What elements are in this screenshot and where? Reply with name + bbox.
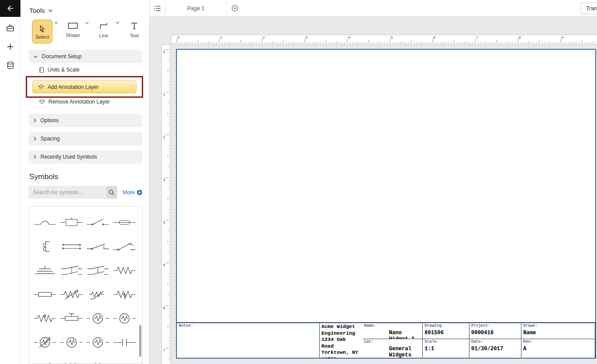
chevron-right-icon [33,118,36,123]
symbol-contacts[interactable] [58,234,85,258]
tool-text-label: Text [130,33,139,38]
symbol-resistor-tap[interactable] [111,282,138,306]
symbol-resistor-2[interactable] [58,354,85,364]
titleblock-drawn-cell[interactable]: Drawn: Name [521,323,595,339]
section-options-label: Options [40,117,59,124]
tools-menu[interactable]: Tools [20,0,149,18]
section-recently-used-symbols[interactable]: Recently Used Symbols [28,150,142,164]
tool-text[interactable]: Text [124,20,144,38]
symbol-coil-contact[interactable] [32,234,58,258]
vertical-ruler: 01234567 [161,44,171,364]
plus-icon [6,42,15,51]
symbol-switch-spst[interactable] [85,210,112,234]
tool-line-label: Line [99,33,108,38]
tool-line[interactable]: Line [93,20,114,38]
address-line: Engineering [321,330,361,337]
titleblock-project-cell[interactable]: Project: 0000416 [469,323,521,339]
plus-circle-icon [232,5,238,12]
symbol-generator-2[interactable] [111,306,138,330]
symbol-varistor[interactable] [58,282,85,306]
shape-rectangle-icon [68,22,78,29]
symbol-ganged-switch-dashed[interactable] [58,258,85,282]
chevron-right-icon [33,136,36,141]
tool-shape[interactable]: Shape [63,20,83,38]
titleblock-drawing-cell[interactable]: Drawing: 801506 [423,323,469,339]
symbol-switch-spst-2[interactable] [32,354,58,364]
symbol-bus-bars[interactable] [32,258,58,282]
cat-label: Cat: [364,340,421,344]
line-dropdown-chevron[interactable] [116,21,120,24]
shape-dropdown-chevron[interactable] [85,21,89,24]
date-label: Date: [471,340,519,344]
projects-button[interactable] [0,19,20,37]
symbols-scrollbar-thumb[interactable] [139,325,141,357]
translate-button[interactable]: Translate [580,3,597,14]
add-annotation-layer-label: Add Annotation Layer [48,84,99,90]
titleblock-notes-cell[interactable]: Notes: [177,323,320,358]
symbol-generator[interactable] [85,306,112,330]
drawing-page[interactable]: Name: Nano Widget 1 Drawing: 801506 Proj… [176,49,596,359]
symbol-fuse[interactable] [111,210,138,234]
line-path-icon [99,22,108,30]
symbol-thermistor[interactable] [85,282,112,306]
section-spacing-label: Spacing [40,136,60,142]
titleblock-date-cell[interactable]: Date: 01/30/2017 [469,339,521,358]
page-tab-label: Page 1 [187,5,205,12]
titleblock-scale-cell[interactable]: Scale: 1:1 [423,339,469,358]
symbol-trimmer[interactable] [58,306,85,330]
tool-select[interactable]: Select [32,20,52,44]
data-button[interactable] [0,56,20,75]
date-value: 01/30/2017 [471,346,519,352]
symbol-search-input[interactable] [28,186,106,199]
symbol-knife-switch-alt[interactable] [111,234,138,258]
symbol-knife-switch[interactable] [85,234,112,258]
symbol-fuse-2[interactable] [111,354,138,364]
back-button[interactable] [0,0,20,17]
symbol-resistor[interactable] [111,258,138,282]
name-value: Nano Widget 1 [364,330,421,339]
remove-annotation-layer-label: Remove Annotation Layer [48,99,110,105]
chevron-down-icon [48,9,53,12]
titleblock-name-cell[interactable]: Name: Nano Widget 1 [362,323,423,339]
add-button[interactable] [0,37,20,56]
add-page-button[interactable] [227,0,243,17]
symbol-resistor-box[interactable] [32,282,58,306]
address-line: Yorktown, NY 10598 [321,349,361,358]
section-spacing[interactable]: Spacing [28,132,142,145]
scale-label: Scale: [425,340,467,344]
tool-shape-label: Shape [66,32,80,38]
remove-annotation-layer-item[interactable]: Remove Annotation Layer [39,99,149,105]
search-icon [108,189,115,196]
symbols-heading: Symbols [29,172,149,181]
section-document-setup[interactable]: Document Setup [28,50,142,63]
symbol-ganged-switch[interactable] [85,258,112,282]
symbol-potentiometer[interactable] [32,306,58,330]
symbols-grid [29,207,142,364]
project-value: 0000416 [471,330,519,336]
section-document-setup-label: Document Setup [42,53,81,60]
symbol-relay[interactable] [58,210,85,234]
symbols-scrollbar[interactable] [139,208,141,362]
symbol-capacitor-2[interactable] [85,354,112,364]
units-scale-item[interactable]: Units & Scale [39,67,149,73]
add-annotation-layer-button[interactable]: Add Annotation Layer [32,80,136,93]
drawn-value: Name [523,330,593,336]
symbol-jumper[interactable] [32,210,58,234]
select-dropdown-chevron[interactable] [54,21,58,24]
tab-page-1[interactable]: Page 1 [165,0,227,17]
symbol-motor[interactable] [58,330,85,354]
symbol-motor-2[interactable] [85,330,112,354]
symbol-search-button[interactable] [106,186,117,199]
titleblock-cat-cell[interactable]: Cat: General Widgets [362,339,423,358]
canvas-topbar: Page 1 Translate [150,0,597,17]
plus-circle-icon [137,190,142,195]
section-options[interactable]: Options [28,114,142,127]
more-symbols-link[interactable]: More [123,189,142,196]
titleblock-rev-cell[interactable]: Rev: A [521,339,595,358]
symbol-varistor-circle[interactable] [32,330,58,354]
back-arrow-icon [6,4,15,13]
symbol-capacitor[interactable] [111,330,138,354]
page-list-button[interactable] [150,0,165,17]
briefcase-icon [6,24,15,32]
titleblock-address-cell[interactable]: Acme Widget Engineering 1234 Oak Road Yo… [320,323,362,358]
